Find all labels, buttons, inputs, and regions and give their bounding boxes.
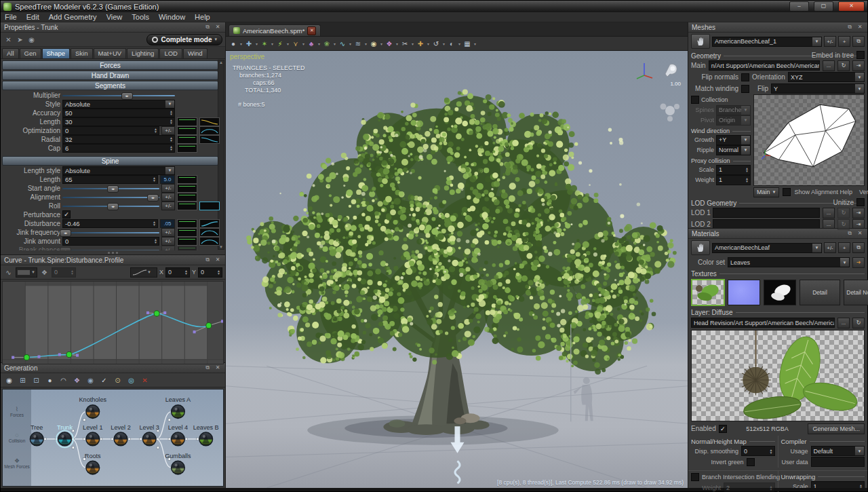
color-set-dropdown[interactable]: Leaves▼: [728, 257, 850, 267]
tab-lighting[interactable]: Lighting: [127, 48, 159, 58]
preview-lod-dropdown[interactable]: Main▼: [753, 187, 779, 197]
profile-curve-chip[interactable]: [177, 144, 197, 153]
camera-label[interactable]: perspective: [230, 53, 264, 60]
plus-minus-button[interactable]: +/-: [161, 184, 175, 193]
locate-icon[interactable]: ⇥: [852, 208, 865, 219]
plus-minus-button[interactable]: +/-: [161, 202, 175, 210]
dropdown-caret-icon[interactable]: ▾: [254, 41, 259, 46]
dropdown-caret-icon[interactable]: ▾: [426, 41, 431, 46]
tree-display-icon[interactable]: ●: [229, 39, 238, 48]
flip-dropdown[interactable]: Y▼: [771, 83, 865, 94]
tab-wind[interactable]: Wind: [183, 48, 208, 58]
curve-canvas[interactable]: [2, 281, 224, 364]
dropdown-caret-icon[interactable]: ▾: [395, 41, 399, 46]
length-style-dropdown[interactable]: Absolute▼: [62, 166, 175, 175]
profile-curve-chip[interactable]: [177, 219, 197, 228]
pivot-dropdown[interactable]: Origin▼: [716, 115, 751, 126]
normal-texture-thumbnail[interactable]: [728, 280, 760, 305]
profile-curve-chip[interactable]: [177, 193, 197, 202]
pivot-icon[interactable]: ✚: [416, 39, 425, 48]
dropdown-caret-icon[interactable]: ▾: [348, 41, 353, 46]
section-segments[interactable]: Segments: [2, 81, 218, 90]
float-panel-icon[interactable]: ⧉: [846, 230, 854, 237]
y-input[interactable]: 0▲▼: [198, 267, 222, 278]
orientation-dropdown[interactable]: XYZ▼: [788, 72, 865, 82]
curve-preset-dropdown[interactable]: ▼: [130, 267, 157, 278]
spline-icon[interactable]: ∿: [338, 39, 347, 48]
generation-node-leavesA[interactable]: Leaves A: [165, 396, 191, 419]
curve-chip[interactable]: [199, 237, 220, 246]
generation-node-level2[interactable]: Level 2: [111, 424, 130, 447]
panel-icon[interactable]: ▦: [462, 39, 472, 48]
delete-icon[interactable]: ✕: [3, 35, 14, 44]
generation-node-level1[interactable]: Level 1: [83, 424, 102, 447]
branches-icon[interactable]: ⋎: [291, 39, 300, 48]
plus-minus-button[interactable]: +/-: [161, 228, 175, 237]
cap-input[interactable]: 6▲▼: [62, 144, 175, 153]
duplicate-mesh-icon[interactable]: ⧉: [852, 36, 865, 47]
variance-curve-chip[interactable]: [199, 126, 220, 135]
tab-all[interactable]: All: [2, 48, 19, 58]
close-panel-icon[interactable]: ✕: [214, 364, 222, 371]
pan-hand-icon[interactable]: [691, 34, 710, 49]
jink-amount-input[interactable]: 0▲▼: [62, 237, 159, 246]
pan-hand-icon[interactable]: ❖: [39, 267, 50, 277]
variance-badge[interactable]: .05: [160, 219, 175, 228]
lod1-path-field[interactable]: [713, 208, 820, 218]
jink-frequency-slider[interactable]: ◂▸: [62, 229, 159, 236]
menu-add-geometry[interactable]: Add Geometry: [49, 13, 97, 21]
main-mesh-path-field[interactable]: n/Art Support/American Beech/AmericanBee…: [709, 60, 820, 71]
close-panel-icon[interactable]: ✕: [856, 24, 864, 31]
generation-node-trunk[interactable]: Trunk: [56, 424, 73, 448]
usage-dropdown[interactable]: Default▼: [811, 446, 865, 456]
seed-icon[interactable]: ❀: [322, 39, 332, 48]
generation-node-gumballs[interactable]: Gumballs: [165, 453, 191, 475]
forces-icon[interactable]: ✚: [244, 39, 254, 48]
float-panel-icon[interactable]: ⧉: [203, 257, 212, 263]
style-dropdown[interactable]: Absolute▼: [62, 100, 175, 109]
variance-curve-chip[interactable]: [199, 135, 220, 144]
add-child-icon[interactable]: ⊡: [31, 375, 41, 385]
plus-minus-button[interactable]: +/-: [161, 237, 175, 246]
generation-node-roots[interactable]: Roots: [85, 453, 101, 475]
reload-icon[interactable]: ↻: [852, 318, 865, 328]
generation-graph[interactable]: ⌇Forces ◌Collision ❖Mesh Forces TreeTrun…: [2, 389, 224, 487]
accuracy-input[interactable]: 50▲▼: [62, 109, 175, 117]
mesh-preview[interactable]: [753, 94, 865, 186]
document-tab[interactable]: AmericanBeech.spm* ✕: [229, 24, 321, 36]
axis-gizmo[interactable]: [635, 58, 682, 126]
browse-button[interactable]: ...: [823, 208, 835, 219]
float-panel-icon[interactable]: ⧉: [203, 24, 212, 31]
wind-icon[interactable]: ≋: [353, 39, 363, 48]
curve-chip[interactable]: [199, 202, 220, 210]
close-tab-icon[interactable]: ✕: [307, 26, 316, 35]
reload-icon[interactable]: ↻: [837, 60, 850, 71]
alignment-slider[interactable]: ◂▸: [62, 193, 159, 201]
bib-weight-input[interactable]: 2▲▼: [724, 482, 775, 492]
opacity-texture-thumbnail[interactable]: [764, 280, 796, 305]
reload-icon[interactable]: ↻: [837, 219, 850, 230]
roll-slider[interactable]: ◂▸: [62, 202, 159, 210]
sync-icon[interactable]: ◎: [126, 375, 136, 385]
profile-curve-chip[interactable]: [177, 126, 197, 135]
menu-tools[interactable]: Tools: [132, 13, 149, 21]
sphere-icon[interactable]: ●: [45, 375, 55, 385]
tab-shape[interactable]: Shape: [42, 48, 70, 58]
variance-badge[interactable]: 5.0: [160, 175, 175, 184]
optimization-input[interactable]: 0▲▼: [62, 126, 159, 135]
locate-icon[interactable]: ⇥: [852, 60, 865, 71]
curve-chip[interactable]: [199, 228, 220, 237]
section-spine[interactable]: Spine: [2, 156, 218, 166]
spine-length-input[interactable]: 65▲▼: [62, 175, 158, 184]
cut-icon[interactable]: ✂: [400, 39, 410, 48]
user-data-input[interactable]: [811, 457, 865, 467]
reload-icon[interactable]: ↻: [837, 208, 850, 219]
browse-button[interactable]: ...: [823, 60, 835, 71]
lightbulb-icon[interactable]: ◉: [369, 39, 378, 48]
context-help-icon[interactable]: ➤: [15, 35, 25, 44]
menu-edit[interactable]: Edit: [26, 13, 39, 21]
generation-node-tree[interactable]: Tree: [30, 424, 44, 447]
close-button[interactable]: ✕: [838, 1, 865, 12]
sphere-icon[interactable]: ◐: [447, 39, 456, 48]
maximize-button[interactable]: ▢: [814, 1, 833, 12]
